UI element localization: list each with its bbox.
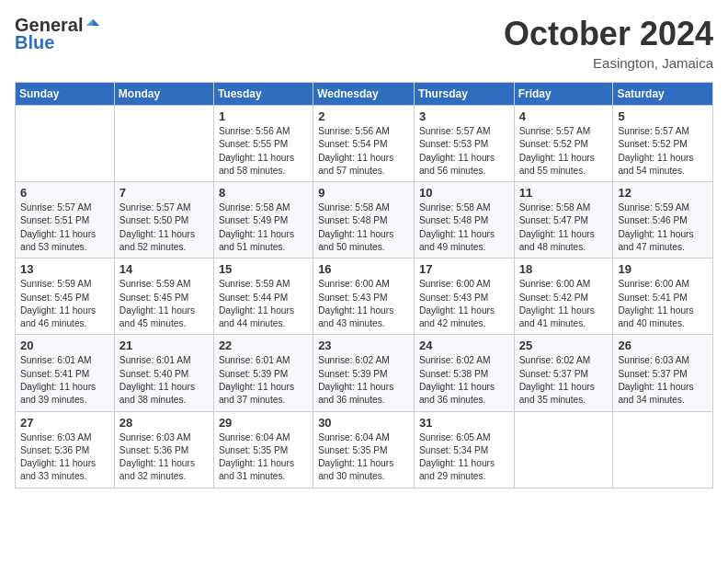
day-number: 13 [20,262,109,276]
month-title: October 2024 [504,15,713,53]
calendar-cell: 11Sunrise: 5:58 AMSunset: 5:47 PMDayligh… [514,182,613,259]
title-block: October 2024 Easington, Jamaica [504,15,713,71]
day-number: 5 [618,109,708,123]
calendar-cell: 13Sunrise: 5:59 AMSunset: 5:45 PMDayligh… [16,259,115,335]
day-info: Sunrise: 5:56 AMSunset: 5:55 PMDaylight:… [219,125,308,178]
day-number: 7 [119,186,209,200]
day-number: 12 [618,186,708,200]
calendar-table: SundayMondayTuesdayWednesdayThursdayFrid… [15,82,713,488]
day-number: 6 [20,186,109,200]
day-info: Sunrise: 5:59 AMSunset: 5:45 PMDaylight:… [119,278,209,330]
calendar-cell: 28Sunrise: 6:03 AMSunset: 5:36 PMDayligh… [114,411,213,488]
day-info: Sunrise: 5:58 AMSunset: 5:48 PMDaylight:… [419,201,509,254]
day-number: 14 [119,262,209,276]
day-info: Sunrise: 6:00 AMSunset: 5:42 PMDaylight:… [519,278,609,330]
logo: General Blue [15,15,101,53]
col-header-saturday: Saturday [613,83,713,106]
logo-blue-text: Blue [15,32,54,53]
calendar-cell: 7Sunrise: 5:57 AMSunset: 5:50 PMDaylight… [114,182,213,259]
day-number: 24 [419,339,509,352]
day-info: Sunrise: 5:57 AMSunset: 5:51 PMDaylight:… [20,201,109,254]
calendar-cell: 23Sunrise: 6:02 AMSunset: 5:39 PMDayligh… [313,335,415,411]
day-info: Sunrise: 6:04 AMSunset: 5:35 PMDaylight:… [219,431,308,484]
week-row-2: 6Sunrise: 5:57 AMSunset: 5:51 PMDaylight… [16,182,713,259]
calendar-cell: 17Sunrise: 6:00 AMSunset: 5:43 PMDayligh… [414,259,514,335]
calendar-cell: 4Sunrise: 5:57 AMSunset: 5:52 PMDaylight… [514,106,613,182]
calendar-cell: 2Sunrise: 5:56 AMSunset: 5:54 PMDaylight… [313,106,415,182]
calendar-cell [514,411,613,488]
col-header-sunday: Sunday [16,83,115,106]
week-row-4: 20Sunrise: 6:01 AMSunset: 5:41 PMDayligh… [16,335,713,411]
day-info: Sunrise: 5:57 AMSunset: 5:52 PMDaylight:… [618,125,708,178]
day-number: 16 [318,262,409,276]
day-info: Sunrise: 5:56 AMSunset: 5:54 PMDaylight:… [318,125,409,178]
calendar-cell: 24Sunrise: 6:02 AMSunset: 5:38 PMDayligh… [414,335,514,411]
calendar-cell: 15Sunrise: 5:59 AMSunset: 5:44 PMDayligh… [213,259,313,335]
col-header-friday: Friday [514,83,613,106]
day-info: Sunrise: 6:05 AMSunset: 5:34 PMDaylight:… [419,431,509,484]
day-info: Sunrise: 5:59 AMSunset: 5:46 PMDaylight:… [618,201,708,254]
calendar-cell: 10Sunrise: 5:58 AMSunset: 5:48 PMDayligh… [414,182,514,259]
day-number: 3 [419,109,509,123]
calendar-cell: 3Sunrise: 5:57 AMSunset: 5:53 PMDaylight… [414,106,514,182]
day-number: 18 [519,262,609,276]
page-header: General Blue October 2024 Easington, Jam… [15,15,713,71]
day-number: 21 [119,339,209,352]
calendar-cell: 9Sunrise: 5:58 AMSunset: 5:48 PMDaylight… [313,182,415,259]
day-info: Sunrise: 6:04 AMSunset: 5:35 PMDaylight:… [318,431,409,484]
day-number: 15 [219,262,308,276]
calendar-cell: 1Sunrise: 5:56 AMSunset: 5:55 PMDaylight… [213,106,313,182]
day-info: Sunrise: 5:57 AMSunset: 5:50 PMDaylight:… [119,201,209,254]
calendar-cell: 30Sunrise: 6:04 AMSunset: 5:35 PMDayligh… [313,411,415,488]
day-number: 26 [618,339,708,352]
calendar-cell: 26Sunrise: 6:03 AMSunset: 5:37 PMDayligh… [613,335,713,411]
calendar-cell: 19Sunrise: 6:00 AMSunset: 5:41 PMDayligh… [613,259,713,335]
calendar-cell: 6Sunrise: 5:57 AMSunset: 5:51 PMDaylight… [16,182,115,259]
day-info: Sunrise: 5:57 AMSunset: 5:53 PMDaylight:… [419,125,509,178]
day-info: Sunrise: 6:01 AMSunset: 5:40 PMDaylight:… [119,354,209,407]
logo-icon [85,17,101,34]
calendar-cell: 29Sunrise: 6:04 AMSunset: 5:35 PMDayligh… [213,411,313,488]
day-number: 8 [219,186,308,200]
calendar-cell: 18Sunrise: 6:00 AMSunset: 5:42 PMDayligh… [514,259,613,335]
col-header-tuesday: Tuesday [213,83,313,106]
day-number: 10 [419,186,509,200]
week-row-3: 13Sunrise: 5:59 AMSunset: 5:45 PMDayligh… [16,259,713,335]
day-number: 2 [318,109,409,123]
day-info: Sunrise: 6:01 AMSunset: 5:39 PMDaylight:… [219,354,308,407]
calendar-cell: 31Sunrise: 6:05 AMSunset: 5:34 PMDayligh… [414,411,514,488]
calendar-cell [114,106,213,182]
calendar-cell: 21Sunrise: 6:01 AMSunset: 5:40 PMDayligh… [114,335,213,411]
location-text: Easington, Jamaica [504,55,713,71]
col-header-thursday: Thursday [414,83,514,106]
calendar-cell: 25Sunrise: 6:02 AMSunset: 5:37 PMDayligh… [514,335,613,411]
day-info: Sunrise: 6:00 AMSunset: 5:43 PMDaylight:… [318,278,409,330]
day-info: Sunrise: 5:59 AMSunset: 5:45 PMDaylight:… [20,278,109,330]
calendar-cell [613,411,713,488]
day-info: Sunrise: 5:57 AMSunset: 5:52 PMDaylight:… [519,125,609,178]
week-row-5: 27Sunrise: 6:03 AMSunset: 5:36 PMDayligh… [16,411,713,488]
day-number: 23 [318,339,409,352]
day-number: 11 [519,186,609,200]
day-info: Sunrise: 6:03 AMSunset: 5:36 PMDaylight:… [119,431,209,484]
calendar-cell: 16Sunrise: 6:00 AMSunset: 5:43 PMDayligh… [313,259,415,335]
day-number: 28 [119,416,209,430]
day-info: Sunrise: 6:02 AMSunset: 5:38 PMDaylight:… [419,354,509,407]
day-info: Sunrise: 6:00 AMSunset: 5:41 PMDaylight:… [618,278,708,330]
calendar-cell [16,106,115,182]
day-info: Sunrise: 5:58 AMSunset: 5:48 PMDaylight:… [318,201,409,254]
day-number: 25 [519,339,609,352]
calendar-cell: 5Sunrise: 5:57 AMSunset: 5:52 PMDaylight… [613,106,713,182]
day-info: Sunrise: 6:00 AMSunset: 5:43 PMDaylight:… [419,278,509,330]
day-info: Sunrise: 6:01 AMSunset: 5:41 PMDaylight:… [20,354,109,407]
header-row: SundayMondayTuesdayWednesdayThursdayFrid… [16,83,713,106]
day-info: Sunrise: 6:02 AMSunset: 5:37 PMDaylight:… [519,354,609,407]
week-row-1: 1Sunrise: 5:56 AMSunset: 5:55 PMDaylight… [16,106,713,182]
day-number: 9 [318,186,409,200]
day-info: Sunrise: 5:58 AMSunset: 5:47 PMDaylight:… [519,201,609,254]
day-info: Sunrise: 5:58 AMSunset: 5:49 PMDaylight:… [219,201,308,254]
day-number: 17 [419,262,509,276]
calendar-cell: 12Sunrise: 5:59 AMSunset: 5:46 PMDayligh… [613,182,713,259]
calendar-cell: 20Sunrise: 6:01 AMSunset: 5:41 PMDayligh… [16,335,115,411]
day-number: 31 [419,416,509,430]
